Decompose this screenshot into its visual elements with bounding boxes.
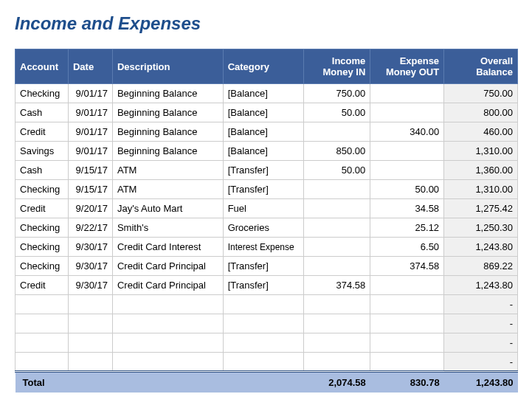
cell-category: [Transfer] [223, 276, 304, 295]
totals-balance: 1,243.80 [444, 372, 518, 393]
cell-date: 9/01/17 [68, 142, 112, 161]
cell-account: Checking [15, 257, 69, 276]
cell-description: Beginning Balance [112, 122, 223, 142]
table-row: Credit9/01/17Beginning Balance[Balance]3… [15, 122, 518, 142]
cell-income: 50.00 [304, 161, 370, 180]
cell-description: Credit Card Interest [112, 238, 223, 257]
table-row-empty [15, 314, 518, 333]
table-row: Checking9/01/17Beginning Balance[Balance… [15, 84, 518, 103]
cell-balance: 1,250.30 [444, 218, 518, 238]
ledger-table: Account Date Description Category Income… [15, 49, 518, 393]
cell-account: Checking [15, 84, 69, 103]
cell-balance: 1,243.80 [444, 238, 518, 257]
cell-account: Credit [15, 199, 69, 218]
cell-balance: 800.00 [444, 103, 518, 122]
cell-date: 9/20/17 [68, 199, 112, 218]
cell-balance: 460.00 [444, 122, 518, 142]
header-balance: Overall Balance [444, 49, 518, 84]
cell-income: 850.00 [304, 142, 370, 161]
cell-account: Checking [15, 180, 69, 199]
cell-category: Interest Expense [223, 238, 304, 257]
header-date: Date [68, 49, 112, 84]
cell-expense [370, 84, 444, 103]
cell-description: ATM [112, 180, 223, 199]
cell-description: Beginning Balance [112, 142, 223, 161]
header-income: Income Money IN [304, 49, 370, 84]
cell-account: Savings [15, 142, 69, 161]
cell-expense: 340.00 [370, 122, 444, 142]
cell-expense: 25.12 [370, 218, 444, 238]
cell-income: 374.58 [304, 276, 370, 295]
table-row: Credit9/30/17Credit Card Principal[Trans… [15, 276, 518, 295]
cell-expense [370, 142, 444, 161]
cell-date: 9/01/17 [68, 103, 112, 122]
cell-date: 9/22/17 [68, 218, 112, 238]
ledger-body: Checking9/01/17Beginning Balance[Balance… [15, 84, 518, 372]
cell-date: 9/30/17 [68, 257, 112, 276]
cell-description: Beginning Balance [112, 84, 223, 103]
cell-category: Fuel [223, 199, 304, 218]
cell-date: 9/01/17 [68, 122, 112, 142]
cell-income [304, 257, 370, 276]
cell-description: Beginning Balance [112, 103, 223, 122]
cell-category: [Balance] [223, 103, 304, 122]
cell-expense: 34.58 [370, 199, 444, 218]
cell-date: 9/30/17 [68, 276, 112, 295]
cell-income [304, 180, 370, 199]
table-row: Checking9/30/17Credit Card Principal[Tra… [15, 257, 518, 276]
cell-expense: 6.50 [370, 238, 444, 257]
table-row: Credit9/20/17Jay's Auto MartFuel34.581,2… [15, 199, 518, 218]
cell-category: [Transfer] [223, 161, 304, 180]
header-account: Account [15, 49, 69, 84]
cell-income [304, 238, 370, 257]
cell-income [304, 218, 370, 238]
cell-description: Credit Card Principal [112, 257, 223, 276]
cell-expense [370, 161, 444, 180]
cell-account: Checking [15, 238, 69, 257]
cell-category: [Balance] [223, 84, 304, 103]
totals-label: Total [15, 372, 69, 393]
table-row: Checking9/30/17Credit Card InterestInter… [15, 238, 518, 257]
table-row: Cash9/01/17Beginning Balance[Balance]50.… [15, 103, 518, 122]
header-description: Description [112, 49, 223, 84]
table-row: Cash9/15/17ATM[Transfer]50.001,360.00 [15, 161, 518, 180]
cell-description: Credit Card Principal [112, 276, 223, 295]
cell-balance: 1,360.00 [444, 161, 518, 180]
header-expense: Expense Money OUT [370, 49, 444, 84]
cell-income: 50.00 [304, 103, 370, 122]
cell-description: Smith's [112, 218, 223, 238]
cell-expense: 374.58 [370, 257, 444, 276]
cell-account: Cash [15, 103, 69, 122]
table-row: Checking9/15/17ATM[Transfer]50.001,310.0… [15, 180, 518, 199]
table-row-empty [15, 333, 518, 353]
cell-description: Jay's Auto Mart [112, 199, 223, 218]
cell-account: Cash [15, 161, 69, 180]
cell-balance: 1,310.00 [444, 142, 518, 161]
cell-income [304, 122, 370, 142]
table-row-empty [15, 295, 518, 314]
cell-description: ATM [112, 161, 223, 180]
cell-category: [Transfer] [223, 257, 304, 276]
totals-row: Total 2,074.58 830.78 1,243.80 [15, 372, 518, 393]
cell-balance: 1,310.00 [444, 180, 518, 199]
cell-expense [370, 103, 444, 122]
totals-income: 2,074.58 [304, 372, 370, 393]
cell-income: 750.00 [304, 84, 370, 103]
table-row-empty [15, 353, 518, 372]
cell-balance: 1,275.42 [444, 199, 518, 218]
cell-category: [Transfer] [223, 180, 304, 199]
cell-date: 9/30/17 [68, 238, 112, 257]
cell-date: 9/01/17 [68, 84, 112, 103]
cell-expense [370, 276, 444, 295]
cell-date: 9/15/17 [68, 161, 112, 180]
cell-balance: 1,243.80 [444, 276, 518, 295]
cell-category: [Balance] [223, 122, 304, 142]
cell-account: Checking [15, 218, 69, 238]
cell-balance: 750.00 [444, 84, 518, 103]
cell-category: [Balance] [223, 142, 304, 161]
table-row: Savings9/01/17Beginning Balance[Balance]… [15, 142, 518, 161]
cell-account: Credit [15, 276, 69, 295]
table-row: Checking9/22/17Smith'sGroceries25.121,25… [15, 218, 518, 238]
header-category: Category [223, 49, 304, 84]
cell-balance: 869.22 [444, 257, 518, 276]
